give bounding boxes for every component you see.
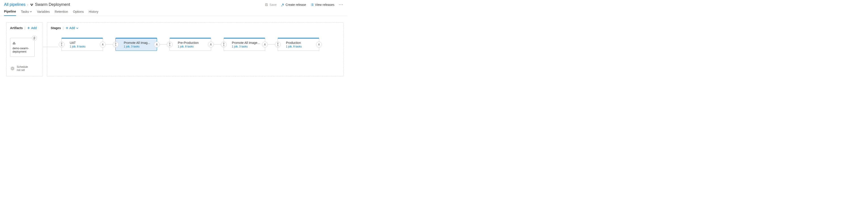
page-title: Swarm Deployment <box>35 2 70 7</box>
bolt-icon <box>277 42 279 45</box>
person-icon <box>318 43 320 46</box>
chevron-down-icon <box>76 27 79 29</box>
plus-icon <box>65 26 69 29</box>
person-icon <box>61 45 63 47</box>
tab-options[interactable]: Options <box>73 9 84 16</box>
tab-tasks[interactable]: Tasks <box>21 9 32 16</box>
save-icon <box>265 3 268 6</box>
stage-card[interactable]: Production1 job, 8 tasks <box>278 38 319 51</box>
stages-panel: Stages | Add UAT1 job, 8 tasksPromote Al… <box>47 22 344 76</box>
post-deployment-button[interactable] <box>208 42 214 47</box>
schedule-status[interactable]: Schedule not set <box>10 65 39 72</box>
add-artifact-button[interactable]: Add <box>27 26 37 30</box>
create-release-button[interactable]: Create release <box>281 3 306 6</box>
save-button: Save <box>265 3 277 6</box>
chevron-right-icon: › <box>27 3 28 6</box>
list-icon <box>310 3 314 6</box>
breadcrumb: All pipelines › Swarm Deployment <box>4 2 70 7</box>
stage-card[interactable]: Pre-Production1 job, 8 tasks <box>169 38 211 51</box>
stage-name: Pre-Production <box>178 41 198 45</box>
bolt-icon <box>33 36 36 40</box>
post-deployment-button[interactable] <box>100 42 106 47</box>
tab-history[interactable]: History <box>89 9 98 16</box>
header-actions: Save Create release View releases ··· <box>265 2 344 7</box>
stage-name: Promote All Image... <box>232 41 260 45</box>
bolt-icon <box>115 42 117 45</box>
artifacts-heading: Artifacts <box>10 26 23 30</box>
pre-deployment-button[interactable] <box>113 42 119 47</box>
person-icon <box>210 43 212 46</box>
stage-name: Production <box>286 41 302 45</box>
stage-name: Promote All Imag... <box>124 41 150 45</box>
view-releases-button[interactable]: View releases <box>310 3 334 6</box>
clock-icon <box>10 66 15 71</box>
person-icon <box>115 45 117 47</box>
post-deployment-button[interactable] <box>316 42 322 47</box>
add-stage-button[interactable]: Add <box>65 26 79 30</box>
artifact-card[interactable]: demo-swarm-deployment <box>10 38 35 57</box>
stage-jobs-link[interactable]: 1 job, 8 tasks <box>178 45 198 48</box>
stage-card[interactable]: UAT1 job, 8 tasks <box>61 38 103 51</box>
person-icon <box>155 43 158 46</box>
person-icon <box>264 43 266 46</box>
bolt-icon <box>223 42 225 45</box>
bolt-icon <box>61 42 63 45</box>
breadcrumb-all-pipelines[interactable]: All pipelines <box>4 2 26 7</box>
artifacts-panel: Artifacts | Add demo-swarm-deployment Sc… <box>6 22 43 76</box>
stages-heading: Stages <box>51 26 61 30</box>
post-deployment-button[interactable] <box>262 42 268 47</box>
chevron-down-icon <box>30 10 32 13</box>
artifact-trigger-button[interactable] <box>32 35 37 41</box>
pre-deployment-button[interactable] <box>59 42 65 47</box>
bolt-icon <box>168 42 171 45</box>
person-icon <box>168 45 171 47</box>
stage-jobs-link[interactable]: 1 job, 3 tasks <box>124 45 150 48</box>
pre-deployment-button[interactable] <box>167 42 173 47</box>
connector <box>47 47 58 47</box>
plus-icon <box>27 26 30 29</box>
tabs: Pipeline Tasks Variables Retention Optio… <box>0 7 347 16</box>
tab-variables[interactable]: Variables <box>37 9 50 16</box>
rocket-icon <box>281 3 284 6</box>
person-icon <box>277 45 279 47</box>
stage-card[interactable]: Promote All Image...1 job, 3 tasks <box>224 38 265 51</box>
pre-deployment-button[interactable] <box>221 42 227 47</box>
pipeline-icon <box>30 3 33 6</box>
more-actions-button[interactable]: ··· <box>339 2 344 7</box>
pre-deployment-button[interactable] <box>275 42 281 47</box>
build-icon <box>12 42 32 46</box>
stage-jobs-link[interactable]: 1 job, 3 tasks <box>232 45 260 48</box>
post-deployment-button[interactable] <box>154 42 160 47</box>
tab-retention[interactable]: Retention <box>55 9 68 16</box>
stage-jobs-link[interactable]: 1 job, 8 tasks <box>70 45 86 48</box>
person-icon <box>223 45 225 47</box>
connector <box>43 47 47 47</box>
person-icon <box>101 43 104 46</box>
stage-jobs-link[interactable]: 1 job, 8 tasks <box>286 45 302 48</box>
stage-name: UAT <box>70 41 86 45</box>
tab-pipeline[interactable]: Pipeline <box>4 9 16 16</box>
artifact-name: demo-swarm-deployment <box>12 47 32 53</box>
stage-card[interactable]: Promote All Imag...1 job, 3 tasks <box>116 38 157 51</box>
